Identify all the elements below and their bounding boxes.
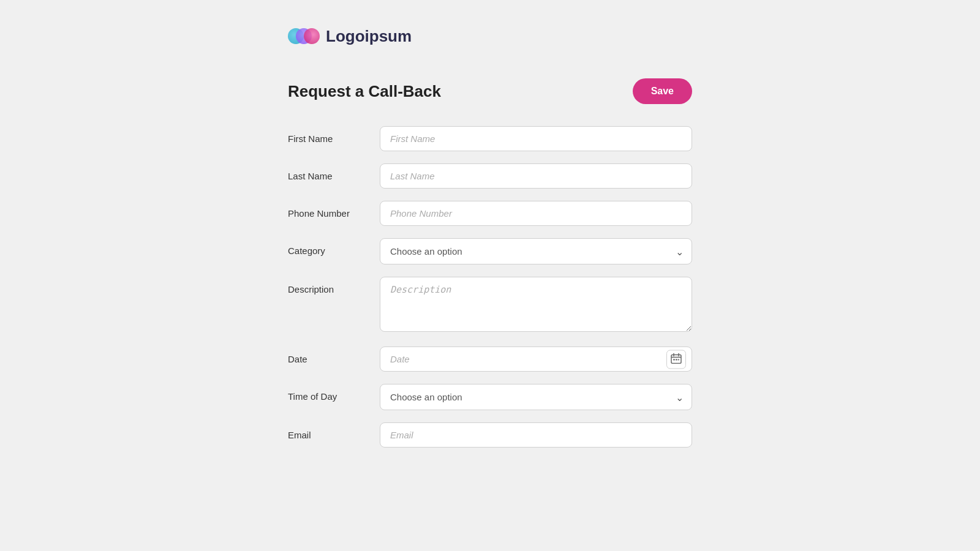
first-name-input[interactable] bbox=[380, 126, 692, 151]
form-row-time-of-day: Time of Day Choose an option ⌄ bbox=[288, 384, 692, 410]
calendar-icon[interactable] bbox=[666, 350, 686, 369]
form-row-phone-number: Phone Number bbox=[288, 201, 692, 226]
form-container: First Name Last Name Phone Number Catego… bbox=[288, 126, 692, 448]
svg-rect-7 bbox=[673, 359, 675, 360]
label-category: Category bbox=[288, 238, 368, 256]
description-textarea[interactable] bbox=[380, 277, 692, 332]
svg-point-2 bbox=[304, 28, 320, 44]
form-row-last-name: Last Name bbox=[288, 163, 692, 189]
label-last-name: Last Name bbox=[288, 163, 368, 181]
svg-rect-9 bbox=[678, 359, 679, 360]
date-input[interactable] bbox=[380, 347, 692, 372]
label-date: Date bbox=[288, 347, 368, 364]
form-row-category: Category Choose an option ⌄ bbox=[288, 238, 692, 264]
category-select[interactable]: Choose an option bbox=[380, 238, 692, 264]
header-row: Request a Call-Back Save bbox=[288, 78, 692, 104]
label-email: Email bbox=[288, 422, 368, 440]
logo-icon bbox=[288, 24, 320, 48]
label-first-name: First Name bbox=[288, 126, 368, 144]
last-name-input[interactable] bbox=[380, 163, 692, 189]
form-row-email: Email bbox=[288, 422, 692, 448]
form-row-date: Date bbox=[288, 347, 692, 372]
email-input[interactable] bbox=[380, 422, 692, 448]
label-phone-number: Phone Number bbox=[288, 201, 368, 219]
label-description: Description bbox=[288, 277, 368, 294]
phone-number-input[interactable] bbox=[380, 201, 692, 226]
svg-rect-8 bbox=[676, 359, 677, 360]
page-title: Request a Call-Back bbox=[288, 82, 441, 101]
save-button[interactable]: Save bbox=[633, 78, 692, 104]
label-time-of-day: Time of Day bbox=[288, 384, 368, 402]
time-of-day-select[interactable]: Choose an option bbox=[380, 384, 692, 410]
logo-area: Logoipsum bbox=[288, 24, 692, 48]
form-row-description: Description bbox=[288, 277, 692, 334]
form-row-first-name: First Name bbox=[288, 126, 692, 151]
logo-text: Logoipsum bbox=[326, 27, 412, 46]
